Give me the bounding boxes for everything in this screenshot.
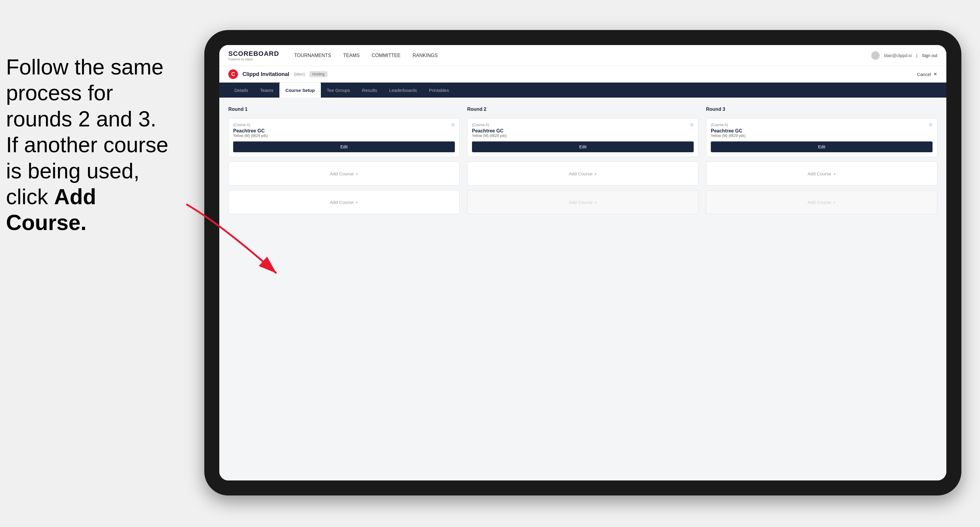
tablet-frame: SCOREBOARD Powered by clippd TOURNAMENTS… [204,30,961,495]
instruction-text: Follow the same process for rounds 2 and… [6,54,180,236]
round-1-add-course-2[interactable]: Add Course + [228,190,460,214]
round-2-course-name: Peachtree GC [472,128,694,133]
plus-icon-r3-1: + [833,171,836,176]
tab-tee-groups[interactable]: Tee Groups [321,83,356,98]
round-2-label: Round 2 [467,106,698,112]
hosting-badge: Hosting [309,71,328,77]
round-3-course-tag: (Course A) [711,123,932,127]
round-3-label: Round 3 [706,106,937,112]
round-3-add-course-1[interactable]: Add Course + [706,162,937,186]
top-nav: SCOREBOARD Powered by clippd TOURNAMENTS… [219,45,947,66]
app-logo: SCOREBOARD [228,50,279,58]
tab-bar: Details Teams Course Setup Tee Groups Re… [219,83,947,98]
round-3-add-course-2: Add Course + [706,190,937,214]
plus-icon-r2-2: + [594,200,597,205]
round-1-course-tag: (Course A) [233,123,455,127]
round-2-add-course-2: Add Course + [467,190,698,214]
round-2-column: Round 2 (Course A) Peachtree GC Yellow (… [467,106,698,214]
round-1-label: Round 1 [228,106,460,112]
round-1-course-card-1: (Course A) Peachtree GC Yellow (M) (6629… [228,118,460,157]
sign-out-link[interactable]: Sign out [922,53,937,58]
rounds-grid: Round 1 (Course A) Peachtree GC Yellow (… [228,106,937,214]
nav-links: TOURNAMENTS TEAMS COMMITTEE RANKINGS [294,51,871,60]
user-email: blair@clippd.io [884,53,912,58]
round-2-course-card-1: (Course A) Peachtree GC Yellow (M) (6629… [467,118,698,157]
logo-area: SCOREBOARD Powered by clippd [228,50,279,61]
round-2-edit-button[interactable]: Edit [472,141,694,152]
sub-header-left: C Clippd Invitational (Men) Hosting [228,69,328,79]
tab-leaderboards[interactable]: Leaderboards [383,83,423,98]
tablet-screen: SCOREBOARD Powered by clippd TOURNAMENTS… [219,45,947,481]
plus-icon-r1-1: + [355,171,358,176]
round-2-add-course-1[interactable]: Add Course + [467,162,698,186]
plus-icon-r1-2: + [355,200,358,205]
cancel-button[interactable]: Cancel ✕ [917,71,937,77]
round-1-delete-icon[interactable]: ⊙ [450,121,457,128]
round-1-column: Round 1 (Course A) Peachtree GC Yellow (… [228,106,460,214]
main-content: Round 1 (Course A) Peachtree GC Yellow (… [219,98,947,481]
round-3-course-card-1: (Course A) Peachtree GC Yellow (M) (6629… [706,118,937,157]
round-2-course-tag: (Course A) [472,123,694,127]
sub-header: C Clippd Invitational (Men) Hosting Canc… [219,66,947,83]
round-1-course-name: Peachtree GC [233,128,455,133]
round-3-course-name: Peachtree GC [711,128,932,133]
tab-printables[interactable]: Printables [423,83,455,98]
user-avatar [871,51,880,60]
plus-icon-r3-2: + [833,200,836,205]
nav-right: blair@clippd.io | Sign out [871,51,937,60]
round-3-delete-icon[interactable]: ⊙ [928,121,934,128]
men-label: (Men) [294,72,305,76]
nav-teams[interactable]: TEAMS [343,51,360,60]
tab-results[interactable]: Results [356,83,383,98]
tournament-name: Clippd Invitational [242,71,289,78]
round-3-course-details: Yellow (M) (6629 yds) [711,133,932,138]
close-icon: ✕ [934,71,937,77]
tab-course-setup[interactable]: Course Setup [279,83,321,98]
nav-rankings[interactable]: RANKINGS [412,51,438,60]
round-1-course-details: Yellow (M) (6629 yds) [233,133,455,138]
round-2-delete-icon[interactable]: ⊙ [689,121,695,128]
round-3-column: Round 3 (Course A) Peachtree GC Yellow (… [706,106,937,214]
round-2-course-details: Yellow (M) (6629 yds) [472,133,694,138]
nav-committee[interactable]: COMMITTEE [372,51,401,60]
separator: | [916,53,918,58]
round-1-edit-button[interactable]: Edit [233,141,455,152]
plus-icon-r2-1: + [594,171,597,176]
nav-tournaments[interactable]: TOURNAMENTS [294,51,331,60]
add-course-emphasis: Add Course. [6,185,96,235]
clippd-logo: C [228,69,238,79]
logo-sub: Powered by clippd [228,58,279,61]
round-1-add-course-1[interactable]: Add Course + [228,162,460,186]
tab-teams[interactable]: Teams [254,83,279,98]
round-3-edit-button[interactable]: Edit [711,141,932,152]
tab-details[interactable]: Details [228,83,254,98]
